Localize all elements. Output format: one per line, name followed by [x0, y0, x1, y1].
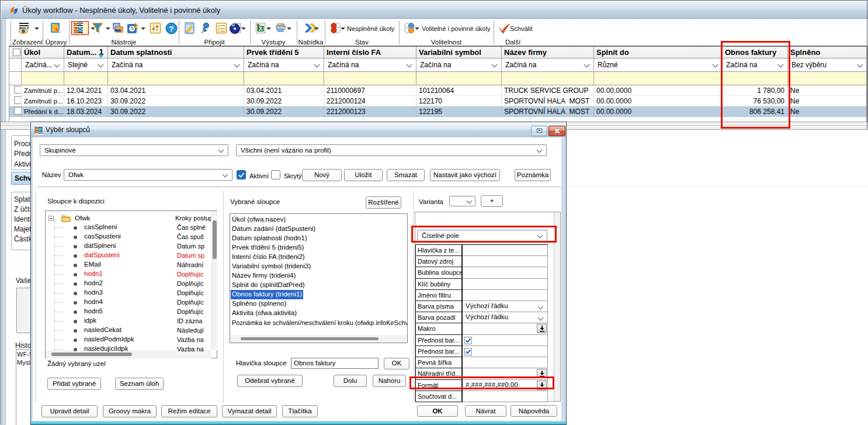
svg-text:?: ? [169, 25, 174, 33]
svg-text:X: X [259, 26, 263, 32]
